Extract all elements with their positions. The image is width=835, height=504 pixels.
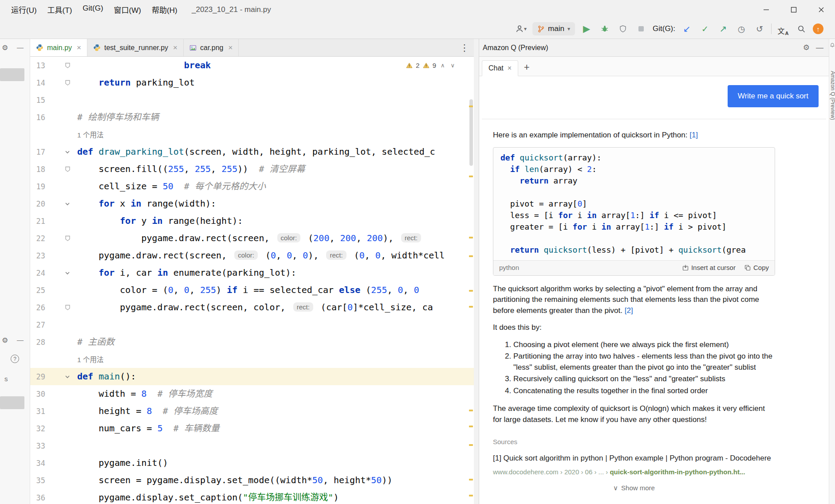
tab-main-py[interactable]: main.py × [30,39,87,56]
more-tabs-icon[interactable]: ⋮ [455,39,474,56]
new-chat-tab-icon[interactable]: + [518,62,535,76]
coverage-button[interactable] [616,22,630,36]
tab-car-png[interactable]: car.png × [184,39,239,56]
menu-git[interactable]: Git(G) [78,2,108,17]
notifications-icon[interactable] [830,43,835,48]
git-push-icon[interactable]: ↗ [717,22,730,36]
tool-window-button[interactable] [0,396,24,409]
gear-icon[interactable]: ⚙ [2,336,8,344]
close-tab-icon[interactable]: × [228,43,232,52]
citation-link-1[interactable]: [1] [689,131,698,139]
code-line[interactable]: 33 [30,437,474,454]
settings-gear-icon[interactable]: ⚙ [803,43,810,52]
code-line[interactable]: 20 for x in range(width): [30,195,474,212]
code-line[interactable]: 31 height = 8 # 停车场高度 [30,402,474,420]
code-line[interactable]: 24 for i, car in enumerate(parking_lot): [30,264,474,281]
usages-hint[interactable]: 1 个用法 [77,131,103,139]
user-profile-icon[interactable]: ▾ [514,22,528,36]
code-line[interactable]: 25 color = (0, 0, 255) if i == selected_… [30,281,474,299]
hide-panel-icon[interactable]: — [816,43,823,52]
error-stripe[interactable] [468,57,474,504]
help-icon[interactable]: ? [11,355,19,363]
code-line[interactable]: 36 pygame.display.set_caption("停车场挪车训练游戏… [30,489,474,504]
code-line[interactable]: 26 pygame.draw.rect(screen, color, rect:… [30,299,474,316]
fold-icon[interactable] [58,374,77,379]
tab-test-suite-runner-py[interactable]: test_suite_runner.py × [87,39,184,56]
code-line[interactable]: 29def main(): [30,368,474,385]
git-update-icon[interactable]: ↙ [680,22,693,36]
close-tab-icon[interactable]: × [173,43,177,52]
code-line[interactable]: 17def draw_parking_lot(screen, width, he… [30,143,474,160]
chevron-down-icon: ∨ [613,483,618,494]
insert-at-cursor-button[interactable]: Insert at cursor [682,262,736,273]
editor-panel-splitter[interactable] [474,39,479,504]
minimize-button[interactable] [752,0,780,19]
show-more-button[interactable]: ∨Show more [493,483,775,494]
code-line[interactable]: 28# 主函数 [30,333,474,351]
source-link[interactable]: [1] Quick sort algorithm in python | Pyt… [493,453,775,463]
stop-button[interactable] [634,22,648,36]
code-line[interactable]: 30 width = 8 # 停车场宽度 [30,385,474,402]
fold-icon[interactable] [58,149,77,155]
close-button[interactable] [807,0,835,19]
debug-button[interactable] [598,22,611,36]
maximize-button[interactable] [780,0,807,19]
parameter-hint-inlay[interactable]: rect: [293,302,313,312]
usages-hint[interactable]: 1 个用法 [77,356,103,363]
menu-tools[interactable]: 工具(T) [43,2,77,17]
prev-issue-icon[interactable]: ∧ [439,62,446,69]
search-everywhere-icon[interactable] [795,22,808,36]
code-line[interactable]: 22 pygame.draw.rect(screen, color: (200,… [30,230,474,247]
update-available-icon[interactable]: ↑ [813,23,823,34]
menu-window[interactable]: 窗口(W) [109,2,146,17]
code-editor[interactable]: 13 break14 return parking_lot1516# 绘制停车场… [30,57,474,504]
user-message-button[interactable]: Write me a quick sort [728,85,819,107]
next-issue-icon[interactable]: ∨ [449,62,456,69]
code-line[interactable]: 14 return parking_lot [30,74,474,91]
code-line[interactable]: 34 pygame.init() [30,454,474,472]
close-tab-icon[interactable]: × [77,43,81,52]
scrollbar-thumb[interactable] [469,99,473,166]
tool-window-button[interactable] [0,68,24,81]
parameter-hint-inlay[interactable]: rect: [401,233,421,242]
hide-tool-window-icon[interactable]: — [17,43,24,51]
git-commit-icon[interactable]: ✓ [698,22,712,36]
parameter-hint-inlay[interactable]: color: [277,233,301,242]
fold-icon[interactable] [58,201,77,207]
citation-link-2[interactable]: [2] [625,306,633,315]
amazon-q-stripe-button[interactable]: Amazon Q (Preview) [830,71,835,120]
code-line[interactable]: 23 pygame.draw.rect(screen, color: (0, 0… [30,247,474,264]
run-button[interactable]: ▶ [580,22,593,36]
copy-button[interactable]: Copy [744,262,769,273]
close-chat-tab-icon[interactable]: × [508,64,512,72]
menu-run[interactable]: 运行(U) [6,2,42,17]
code-line[interactable]: 27 [30,316,474,333]
fold-icon[interactable] [58,270,77,276]
warning-stripe-mark [469,105,473,107]
parameter-hint-inlay[interactable]: color: [234,250,258,260]
parameter-hint-inlay[interactable]: rect: [326,250,346,260]
code-line[interactable]: 18 screen.fill((255, 255, 255)) # 清空屏幕 [30,160,474,178]
gutter: 22 [30,230,77,247]
code-line[interactable]: 35 screen = pygame.display.set_mode((wid… [30,472,474,489]
git-history-icon[interactable]: ◷ [735,22,748,36]
menu-help[interactable]: 帮助(H) [147,2,182,17]
usages-inlay-row[interactable]: 1 个用法 [30,351,474,368]
gear-icon[interactable]: ⚙ [2,43,8,52]
code-line[interactable]: 32 num_cars = 5 # 车辆数量 [30,420,474,437]
usages-inlay-row[interactable]: 1 个用法 [30,126,474,143]
code-line[interactable]: 15 [30,91,474,109]
inspections-widget[interactable]: 2 9 ∧ ∨ [403,60,459,70]
git-branch-widget[interactable]: main ▾ [532,22,575,35]
warning-count: 2 [416,62,419,69]
code-line[interactable]: 16# 绘制停车场和车辆 [30,109,474,126]
hide-tool-window-icon[interactable]: — [17,336,24,344]
tab-chat[interactable]: Chat × [482,60,518,76]
gutter: 19 [30,178,77,195]
code-line[interactable]: 19 cell_size = 50 # 每个单元格的大小 [30,178,474,195]
translate-icon[interactable]: 文A [776,22,790,36]
code-block-line: return quicksort(less) + [pivot] + quick… [500,244,768,256]
git-rollback-icon[interactable]: ↺ [753,22,766,36]
code-line[interactable]: 21 for y in range(height): [30,212,474,230]
line-number: 26 [34,303,45,312]
